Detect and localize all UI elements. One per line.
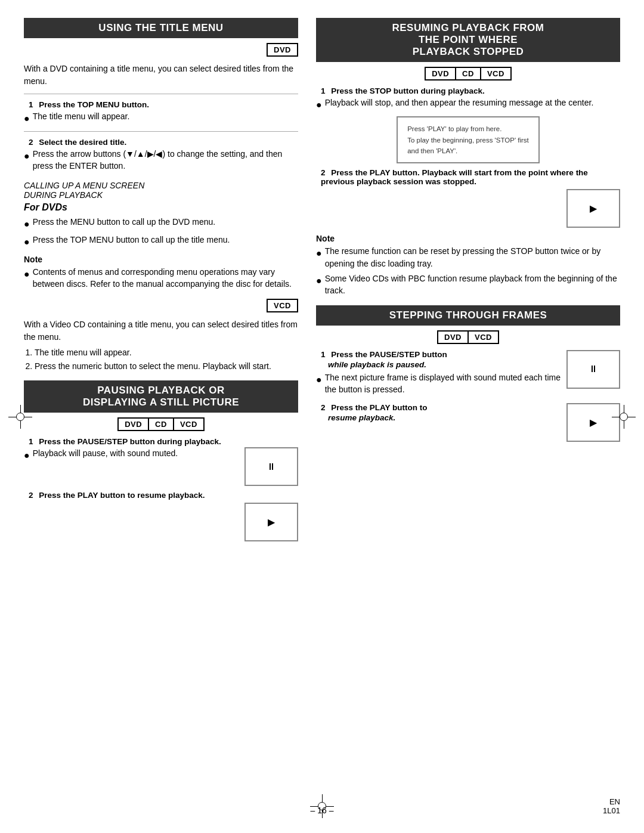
menu-bullet-2-text: Press the TOP MENU button to call up the… (33, 234, 298, 249)
menu-bullet-1-text: Press the MENU button to call up the DVD… (33, 216, 298, 231)
resume-vcd-badge: VCD (481, 67, 512, 80)
pause-screen-2: ▶ (244, 503, 298, 541)
menu-bullet-2: ● Press the TOP MENU button to call up t… (24, 234, 298, 249)
dvd-badge: DVD (267, 43, 298, 57)
page-number: – 16 – (0, 806, 644, 815)
pause-step-1: 1 Press the PAUSE/STEP button during pla… (24, 437, 298, 486)
resuming-playback-header: RESUMING PLAYBACK FROM THE POINT WHERE P… (316, 18, 620, 62)
resume-screen-box: Press 'PLAY' to play from here. To play … (397, 116, 540, 163)
for-dvds-heading: For DVDs (24, 202, 298, 213)
stepping-frames-section: STEPPING THROUGH FRAMES DVD VCD 1 Press … (316, 305, 620, 442)
frame-step-2-text-bold: Press the PLAY button to (331, 403, 427, 412)
bullet-icon-7: ● (316, 98, 322, 112)
bullet-icon-2: ● (24, 149, 30, 172)
resume-dvd-badge: DVD (425, 67, 456, 80)
step-1-text: Press the TOP MENU button. (39, 100, 149, 109)
vcd-list-item-1: The title menu will appear. (35, 346, 298, 358)
pause-screen-1: ⏸ (244, 447, 298, 486)
title-menu-intro: With a DVD containing a title menu, you … (24, 63, 298, 88)
screen-text-2: To play the beginning, press 'STOP' firs… (407, 135, 529, 145)
bullet-icon: ● (24, 112, 30, 125)
frame-step-1-text-bold2: while playback is paused. (328, 360, 561, 369)
resume-note-bullet-2-text: Some Video CDs with PBC function resume … (325, 272, 620, 297)
step-1-top-menu: 1 Press the TOP MENU button. ● The title… (24, 100, 298, 125)
pause-step-2-text: Press the PLAY button to resume playback… (39, 491, 205, 500)
note-bullet-1: ● Contents of menus and corresponding me… (24, 266, 298, 290)
resume-note-bullet-1-text: The resume function can be reset by pres… (325, 245, 620, 270)
frame-step-1-label: 1 Press the PAUSE/STEP button (321, 350, 561, 359)
step-2-select-title: 2 Select the desired title. ● Press the … (24, 138, 298, 172)
resume-note-label: Note (316, 234, 620, 243)
frame-step-1-text-bold: Press the PAUSE/STEP button (331, 350, 447, 359)
resume-step-2: 2 Press the PLAY button. Playback will s… (316, 168, 620, 228)
resume-note-bullet-2: ● Some Video CDs with PBC function resum… (316, 272, 620, 297)
resume-step-1: 1 Press the STOP button during playback.… (316, 86, 620, 163)
footer: – 16 – EN 1L01 (0, 806, 644, 815)
step-2-label: 2 Select the desired title. (29, 138, 298, 147)
frame-play-icon: ▶ (590, 417, 597, 428)
resume-step-2-text: Press the PLAY button. Playback will sta… (321, 168, 588, 186)
step-1-bullet: ● The title menu will appear. (24, 110, 298, 125)
footer-code: EN 1L01 (603, 797, 620, 815)
dvd-badge-2: DVD (117, 417, 149, 431)
pausing-playback-header: PAUSING PLAYBACK OR DISPLAYING A STILL P… (24, 380, 298, 413)
vcd-list-item-2: Press the numeric button to select the m… (35, 360, 298, 372)
vcd-list: The title menu will appear. Press the nu… (35, 346, 298, 373)
bullet-icon-10: ● (316, 373, 322, 396)
calling-menu-section: CALLING UP A MENU SCREEN DURING PLAYBACK… (24, 181, 298, 290)
resume-step-2-label: 2 Press the PLAY button. Playback will s… (321, 168, 620, 186)
step-2-bullet-text: Press the arrow buttons (▼/▲/▶/◀) to cha… (33, 148, 298, 172)
frame-step-2-text-bold2: resume playback. (328, 413, 561, 422)
left-crosshair (8, 405, 32, 429)
step-frame-2: 2 Press the PLAY button to resume playba… (316, 403, 620, 442)
resume-step-1-label: 1 Press the STOP button during playback. (321, 86, 620, 95)
footer-code-line1: EN (603, 797, 620, 806)
left-column: USING THE TITLE MENU DVD With a DVD cont… (24, 18, 298, 550)
stepping-badge-row: DVD VCD (316, 330, 620, 344)
pausing-playback-section: PAUSING PLAYBACK OR DISPLAYING A STILL P… (24, 380, 298, 541)
note-label-1: Note (24, 255, 298, 264)
pause-step-1-text: Press the PAUSE/STEP button during playb… (39, 437, 221, 446)
using-title-menu-header: USING THE TITLE MENU (24, 18, 298, 38)
calling-menu-heading: CALLING UP A MENU SCREEN DURING PLAYBACK (24, 181, 298, 200)
dvd-badge-row: DVD (24, 43, 298, 57)
bullet-icon-9: ● (316, 274, 322, 297)
resume-badge-row: DVD CD VCD (316, 67, 620, 80)
cd-badge: CD (149, 417, 174, 431)
bullet-icon-5: ● (24, 267, 30, 290)
stepping-dvd-badge: DVD (437, 330, 469, 344)
vcd-badge: VCD (267, 299, 298, 312)
vcd-intro: With a Video CD containing a title menu,… (24, 318, 298, 343)
screen-text-3: and then 'PLAY'. (407, 145, 529, 156)
frame-pause-icon: ⏸ (589, 364, 598, 374)
pause-icon-1: ⏸ (267, 462, 276, 472)
vcd-badge-2: VCD (174, 417, 205, 431)
bullet-icon-6: ● (24, 448, 30, 462)
pause-step-2: 2 Press the PLAY button to resume playba… (24, 491, 298, 541)
pause-step-1-bullet: ● Playback will pause, with sound muted. (24, 447, 239, 462)
pause-step-2-label: 2 Press the PLAY button to resume playba… (29, 491, 298, 500)
vcd-badge-row: VCD (24, 299, 298, 312)
step-1-label: 1 Press the TOP MENU button. (29, 100, 298, 109)
pause-step-1-bullet-text: Playback will pause, with sound muted. (33, 447, 239, 462)
step-2-bullet: ● Press the arrow buttons (▼/▲/▶/◀) to c… (24, 148, 298, 172)
note-bullet-1-text: Contents of menus and corresponding menu… (33, 266, 298, 290)
resume-step-1-bullet-text: Playback will stop, and then appear the … (325, 97, 620, 112)
resume-play-icon: ▶ (590, 203, 597, 214)
screen-text-1: Press 'PLAY' to play from here. (407, 123, 529, 134)
vcd-section: VCD With a Video CD containing a title m… (24, 299, 298, 373)
stepping-frames-header: STEPPING THROUGH FRAMES (316, 305, 620, 326)
resuming-playback-section: RESUMING PLAYBACK FROM THE POINT WHERE P… (316, 18, 620, 297)
step-frame-1: 1 Press the PAUSE/STEP button while play… (316, 350, 620, 399)
resume-step-1-text: Press the STOP button during playback. (331, 86, 485, 95)
bullet-icon-4: ● (24, 235, 30, 249)
step-1-bullet-text: The title menu will appear. (33, 110, 298, 125)
footer-code-line2: 1L01 (603, 806, 620, 815)
using-title-menu-section: USING THE TITLE MENU DVD With a DVD cont… (24, 18, 298, 172)
frame-step-1-bullet: ● The next picture frame is displayed wi… (316, 371, 561, 396)
pause-icon-2: ▶ (268, 516, 275, 528)
resume-cd-badge: CD (456, 67, 481, 80)
right-crosshair (612, 405, 636, 429)
stepping-vcd-badge: VCD (469, 330, 499, 344)
frame-step-1-bullet-text: The next picture frame is displayed with… (325, 371, 561, 396)
